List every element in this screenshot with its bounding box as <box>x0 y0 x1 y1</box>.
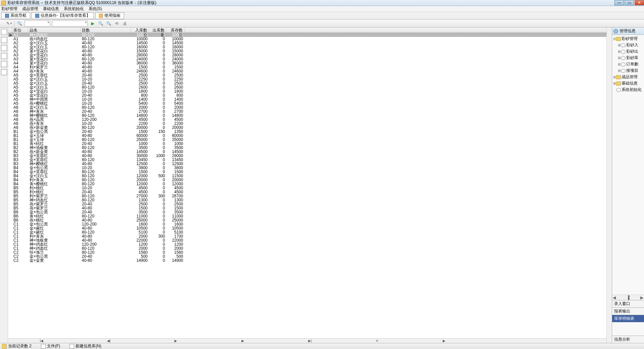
table-row[interactable]: C1神×鸡血红120-200120001200 <box>8 242 606 246</box>
tree-item[interactable]: ⊞彩砂入 <box>613 42 643 48</box>
table-row[interactable]: C2金×包公黑20-405000500 <box>8 254 606 258</box>
table-row[interactable]: B4金×汉白玉80-1201200050011500 <box>8 174 606 178</box>
table-row[interactable]: A6燕×晶黑120-200450004500 <box>8 117 606 121</box>
table-row[interactable]: B3金×芙蓉红40-8030000100029000 <box>8 154 606 158</box>
header-location[interactable]: 库位 <box>12 28 28 33</box>
run-button[interactable]: ▶ <box>90 20 96 27</box>
table-row[interactable]: A2金×汉白玉80-12016000016000 <box>8 45 606 49</box>
tab-system-nav[interactable]: 系统导航 <box>1 12 30 19</box>
header-in[interactable]: 入库数量 <box>131 28 149 33</box>
search-button[interactable]: 🔍 <box>16 20 22 27</box>
table-row[interactable]: B1金×玉绿40-8060000060000 <box>8 134 606 138</box>
table-row[interactable]: A3菓×雪花白80-12024000024000 <box>8 57 606 61</box>
status-newdb[interactable]: 新建信息库(N) <box>69 343 101 349</box>
left-tool-4[interactable] <box>1 53 7 59</box>
table-row[interactable]: B5燕×紫罗兰20-40250002500 <box>8 202 606 206</box>
table-row[interactable]: A5神×中国黑10-20140001400 <box>8 97 606 101</box>
table-row[interactable]: B4金×芙蓉红80-120150001500 <box>8 170 606 174</box>
table-row[interactable]: C1利×青灰40-8020003001700 <box>8 234 606 238</box>
table-row[interactable]: C2恒×海兰80-120156001560 <box>8 250 606 254</box>
tree-hscroll[interactable]: ◀▐▶ <box>612 295 644 300</box>
table-row[interactable]: A3金×雪花白40-8028000028000 <box>8 53 606 57</box>
close-button[interactable]: ✕ <box>635 0 644 5</box>
nav-prev[interactable]: ◀| <box>75 339 142 343</box>
table-row[interactable]: A5金×汉白玉80-120260002600 <box>8 85 606 89</box>
table-row[interactable]: A5金×雪花白10-20180001800 <box>8 89 606 93</box>
vertical-scrollbar[interactable] <box>606 28 612 343</box>
table-row[interactable]: B1青×桔红20-40100001000 <box>8 142 606 146</box>
table-row[interactable]: B3金×芙蓉红80-12013450013450 <box>8 158 606 162</box>
table-row[interactable]: B5利×紫罗兰80-1202700030026700 <box>8 194 606 198</box>
tree-item[interactable]: ⊟彩砂管理 <box>613 36 643 42</box>
table-row[interactable]: A4燕×青灰40-8024600024600 <box>8 69 606 73</box>
menu-item[interactable]: 彩砂管理 <box>1 6 17 12</box>
table-row[interactable]: C1金×包公黑120-200160001600 <box>8 222 606 226</box>
nav-scroll[interactable]: ▶ <box>411 339 478 343</box>
table-row[interactable]: C1金×赭红40-8010500010500 <box>8 226 606 230</box>
table-row[interactable]: B6青×桔红80-12011000011000 <box>8 214 606 218</box>
table-row[interactable]: C2金×金黄40-8014900014900 <box>8 258 606 262</box>
table-row[interactable]: A6燕×新金黄80-12020000020000 <box>8 126 606 130</box>
search-value-combo[interactable] <box>52 20 88 27</box>
menu-item[interactable]: 成品管理 <box>22 6 38 12</box>
table-row[interactable]: C1金×赭红80-120510005100 <box>8 230 606 234</box>
nav-last[interactable]: ▶| <box>276 339 343 343</box>
section-input[interactable]: 录入窗口 <box>612 300 644 307</box>
table-row[interactable]: A6神×青灰20-40270002700 <box>8 109 606 113</box>
nav-next2[interactable]: ▶ <box>209 339 276 343</box>
search-field-combo[interactable] <box>24 20 50 27</box>
maximize-button[interactable]: ▭ <box>625 0 634 5</box>
table-row[interactable]: A4菓×雪花白40-8036000036000 <box>8 61 606 65</box>
status-file[interactable]: 文件(F) <box>41 343 60 349</box>
tree-item[interactable]: ⊞彩砂出 <box>613 48 643 55</box>
table-row[interactable]: B5利×桃红20-40450004500 <box>8 190 606 194</box>
section-detail[interactable]: 库存明细表 <box>612 315 644 322</box>
table-row[interactable]: A6金×汉白玉80-120200002000 <box>8 105 606 109</box>
header-out[interactable]: 出库数量 <box>149 28 166 33</box>
menu-item[interactable]: 系统(S) <box>89 6 102 12</box>
table-row[interactable]: A4利×紫罗兰40-80150001500 <box>8 65 606 69</box>
edit-button[interactable]: ✎ <box>6 20 12 27</box>
tree-item[interactable]: ⊞彩砂库 <box>613 55 643 61</box>
tree-item[interactable]: ⊞基础信息 <box>613 80 643 87</box>
table-row[interactable]: B1金×玉绿80-12025000025000 <box>8 138 606 142</box>
table-row[interactable]: A5金×汉白玉20-40250002500 <box>8 81 606 85</box>
zoom-out-button[interactable]: 🔍 <box>106 20 112 27</box>
table-row[interactable]: ▶A1神×鸡血红80-12010500010500 <box>8 33 606 37</box>
zoom-in-button[interactable]: 🔍 <box>98 20 104 27</box>
table-row[interactable]: A1燕×鸡血红80-12010000010000 <box>8 37 606 41</box>
tree-item[interactable]: 系统初始化 <box>613 87 643 93</box>
table-row[interactable]: A6燕×青灰10-20220002200 <box>8 121 606 126</box>
header-stock[interactable]: 库存数量 <box>166 28 184 33</box>
table-row[interactable]: A2金×汉白玉40-8014500014500 <box>8 41 606 45</box>
nav-end[interactable]: ✕ <box>343 339 411 343</box>
minimize-button[interactable]: — <box>614 0 624 5</box>
table-row[interactable]: B4青×樱桃红80-12012000012000 <box>8 182 606 186</box>
section-analysis[interactable]: 信息分析 <box>612 336 644 343</box>
table-row[interactable]: B6燕×桃红40-8025000025000 <box>8 218 606 222</box>
table-row[interactable]: B3神×樱桃红40-8012500012500 <box>8 162 606 166</box>
header-mesh[interactable]: 目数 <box>80 28 131 33</box>
table-row[interactable]: B4利×青灰80-12020000020000 <box>8 178 606 182</box>
header-name[interactable]: 品名 <box>28 28 80 33</box>
table-row[interactable]: B5利×桃红10-20450004500 <box>8 186 606 190</box>
table-row[interactable]: A5金×汉白玉10-20225002250 <box>8 77 606 81</box>
tree-item[interactable]: ⊞订单删 <box>613 61 643 67</box>
grid-body[interactable]: ▶A1神×鸡血红80-12010500010500A1燕×鸡血红80-12010… <box>8 33 606 338</box>
left-tool-5[interactable] <box>1 61 7 67</box>
left-tool-2[interactable] <box>1 37 7 43</box>
table-row[interactable]: C1神×地板黄40-8022000022000 <box>8 238 606 242</box>
tab-guide[interactable]: 使用指南 <box>95 12 124 19</box>
table-row[interactable]: B1金×包公黑20-4015001501350 <box>8 130 606 134</box>
tab-inventory-view[interactable]: 信息操作-【彩砂库存查看】 <box>32 12 94 19</box>
table-row[interactable]: B5神×鸡血红80-120130001300 <box>8 198 606 202</box>
table-row[interactable]: A5燕×樱桃红10-20540005400 <box>8 101 606 105</box>
left-tool-3[interactable] <box>1 45 7 51</box>
print-button[interactable]: 🖨 <box>122 20 128 27</box>
nav-first[interactable]: |◀ <box>8 339 75 343</box>
table-row[interactable]: B2神×地板黄80-120350003500 <box>8 146 606 150</box>
table-row[interactable]: B4金×包公黑10-20380003800 <box>8 166 606 170</box>
table-row[interactable]: A2菓×雪花白40-8015000015000 <box>8 49 606 53</box>
table-row[interactable]: C1神×鸡血红80-120200002000 <box>8 246 606 250</box>
table-row[interactable]: A5金×雪花白20-408000800 <box>8 93 606 97</box>
